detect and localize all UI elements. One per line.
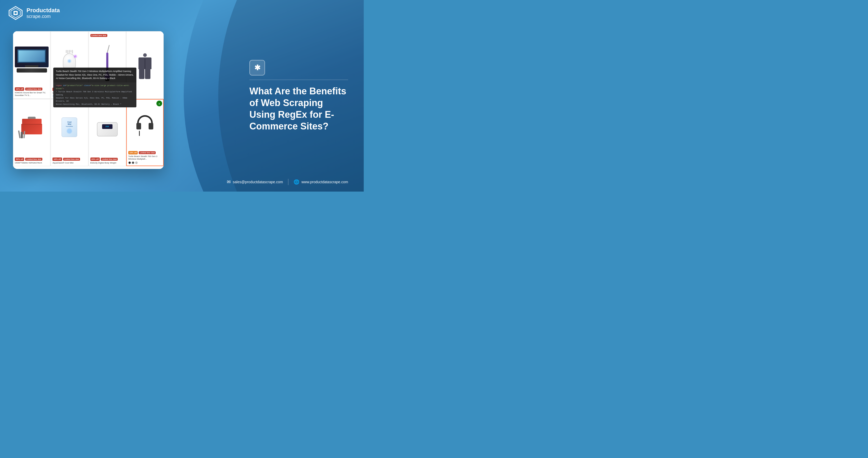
xbox-badge: X — [156, 100, 162, 106]
product-image-toolbox — [15, 101, 49, 156]
svg-text:X: X — [159, 102, 160, 105]
badge-container-headset: 15% off Limited time deal — [128, 151, 162, 154]
website-text: www.productdatascrape.com — [301, 180, 348, 184]
divider — [249, 80, 348, 80]
headset-mic — [139, 131, 140, 136]
product-name-tv: IOWOIS Sound Bar for Smart TV, Soundbar … — [15, 91, 49, 97]
asterisk-icon-box: ✱ — [249, 60, 265, 75]
product-cell-toolbox[interactable]: 50% off Limited time deal CRAFTSMAN VERS… — [13, 99, 51, 166]
badge-off-scale: 20% off — [90, 157, 100, 161]
product-image-humidifier: Cool Mist Humidifier — [53, 101, 86, 156]
badge-container-scale: 20% off Limited time deal — [90, 157, 124, 161]
product-image-headset — [128, 101, 162, 150]
badge-deal-vacuum: Limited time deal — [90, 34, 107, 37]
groomer-shape — [63, 53, 76, 69]
color-dots — [128, 161, 162, 164]
product-name-headset: Turtle Beach Stealth 700 Gen 3 Wireless … — [128, 155, 162, 161]
badge-container-humidifier: 10% off Limited time deal — [53, 157, 86, 161]
product-name-humidifier: AquaOasis® Cool Mist — [53, 162, 86, 164]
badge-deal-vacuum-top: Limited time deal — [90, 34, 124, 37]
right-content: ✱ What Are the Benefits of Web Scraping … — [249, 60, 348, 132]
headset-ear-left — [136, 123, 141, 129]
logo-name-top: Productdata — [27, 7, 60, 14]
footer-website: 🌐 www.productdatascrape.com — [293, 179, 348, 185]
badge-container-toolbox: 50% off Limited time deal — [15, 157, 49, 161]
badge-off-humidifier: 10% off — [53, 157, 62, 161]
code-line2: * Turtle Beach Stealth 700 Gen 3 Wireles… — [56, 90, 134, 96]
product-name-toolbox: CRAFTSMAN VERSASTACK — [15, 162, 49, 164]
badge-deal-humidifier: Limited time deal — [63, 158, 80, 161]
svg-rect-3 — [14, 12, 17, 14]
screenshot-card: 16% off Limited time deal IOWOIS Sound B… — [13, 31, 164, 169]
logo-name-bottom: scrape.com — [27, 14, 60, 19]
tooltip-code: <span id="productTitle" class="a-size-la… — [53, 82, 136, 108]
code-line4: Noise-Cancelling Mic, Bluetooth, 80-Hr B… — [56, 103, 134, 106]
logo-icon — [8, 5, 23, 21]
code-line1: <span id="productTitle" class="a-size-la… — [56, 84, 134, 90]
asterisk-symbol: ✱ — [254, 63, 260, 72]
product-cell-humidifier[interactable]: Cool Mist Humidifier 10% off Limited tim… — [51, 99, 88, 166]
badge-container-tv: 16% off Limited time deal — [15, 87, 49, 91]
footer: ✉ sales@productdatascrape.com 🌐 www.prod… — [227, 179, 348, 185]
email-text: sales@productdatascrape.com — [233, 180, 283, 184]
product-cell-headset[interactable]: X 15% off Limited time deal Turtle Beach… — [126, 99, 164, 166]
badge-deal-scale: Limited time deal — [101, 158, 118, 161]
product-cell-tv[interactable]: 16% off Limited time deal IOWOIS Sound B… — [13, 31, 51, 99]
badge-deal-tv: Limited time deal — [25, 88, 42, 90]
footer-email: ✉ sales@productdatascrape.com — [227, 179, 283, 185]
badge-deal-headset: Limited time deal — [139, 151, 156, 154]
tooltip-overlay: Turtle Beach Stealth 700 Gen 3 Wireless … — [53, 68, 136, 108]
product-image-scale: 210 — [90, 101, 124, 156]
tv-image — [15, 47, 49, 67]
footer-divider — [288, 179, 288, 185]
product-cell-scale[interactable]: 210 20% off Limited time deal Etekcity D… — [89, 99, 126, 166]
code-line3: Headset for Xbox Series X|S, Xbox One, P… — [56, 96, 134, 103]
color-dot-darkgray[interactable] — [132, 161, 134, 164]
headset-ear-right — [149, 123, 153, 129]
logo-text: Productdata scrape.com — [27, 7, 60, 19]
product-name-scale: Etekcity Digital Body Weight — [90, 162, 124, 164]
badge-deal-toolbox: Limited time deal — [25, 158, 42, 161]
globe-icon: 🌐 — [293, 179, 299, 185]
main-heading: What Are the Benefits of Web Scraping Us… — [249, 85, 348, 132]
badge-off-headset: 15% off — [128, 151, 138, 154]
badge-off-toolbox: 50% off — [15, 157, 24, 161]
tooltip-title: Turtle Beach Stealth 700 Gen 3 Wireless … — [53, 68, 136, 82]
color-dot-lightgray[interactable] — [135, 161, 138, 164]
color-dot-black[interactable] — [128, 161, 131, 164]
badge-off-tv: 16% off — [15, 87, 24, 91]
product-image-tv — [15, 33, 49, 86]
email-icon: ✉ — [227, 179, 231, 185]
header: Productdata scrape.com — [8, 5, 60, 21]
headset-shape — [135, 115, 155, 136]
soundbar-image — [17, 68, 47, 72]
